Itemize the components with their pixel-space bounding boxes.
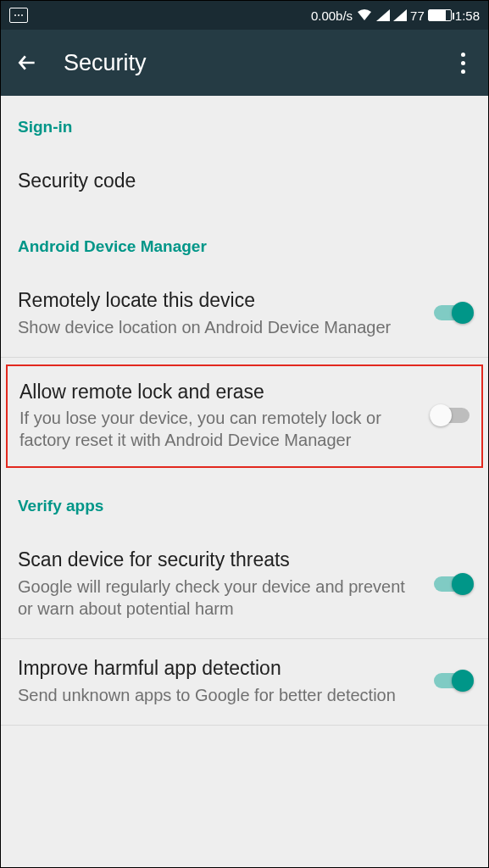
- setting-security-code[interactable]: Security code: [1, 152, 488, 215]
- toggle-improve-detection[interactable]: [434, 673, 471, 688]
- signal-icon: [376, 9, 390, 21]
- setting-title: Security code: [18, 169, 458, 193]
- app-header: Security: [1, 30, 488, 96]
- setting-subtitle: Google will regularly check your device …: [18, 576, 420, 620]
- settings-content: Sign-in Security code Android Device Man…: [1, 96, 488, 726]
- message-icon: [9, 8, 28, 23]
- setting-improve-detection[interactable]: Improve harmful app detection Send unkno…: [1, 639, 488, 725]
- status-bar: 0.00b/s 77 1:58: [1, 1, 488, 30]
- network-speed: 0.00b/s: [311, 8, 353, 23]
- setting-title: Improve harmful app detection: [18, 656, 420, 681]
- setting-subtitle: If you lose your device, you can remotel…: [19, 407, 419, 451]
- setting-subtitle: Send unknown apps to Google for better d…: [18, 684, 420, 706]
- setting-title: Scan device for security threats: [18, 548, 420, 572]
- setting-remotely-locate[interactable]: Remotely locate this device Show device …: [1, 271, 488, 357]
- overflow-menu-icon[interactable]: [453, 53, 473, 74]
- section-header-signin: Sign-in: [1, 96, 488, 152]
- setting-subtitle: Show device location on Android Device M…: [18, 316, 420, 338]
- battery-percent: 77: [410, 8, 425, 23]
- page-title: Security: [64, 50, 453, 76]
- clock: 1:58: [455, 8, 480, 23]
- divider: [1, 357, 488, 358]
- setting-remote-lock-erase[interactable]: Allow remote lock and erase If you lose …: [8, 366, 481, 467]
- setting-title: Allow remote lock and erase: [19, 380, 419, 404]
- toggle-scan-threats[interactable]: [434, 576, 471, 592]
- highlight-remote-lock: Allow remote lock and erase If you lose …: [6, 364, 483, 469]
- toggle-remotely-locate[interactable]: [434, 305, 471, 320]
- signal-icon-2: [393, 9, 407, 21]
- wifi-icon: [356, 8, 373, 22]
- back-arrow-icon[interactable]: [16, 52, 38, 74]
- section-header-verify: Verify apps: [1, 475, 488, 531]
- battery-icon: [428, 9, 452, 21]
- divider: [1, 725, 488, 726]
- setting-title: Remotely locate this device: [18, 288, 420, 313]
- setting-scan-threats[interactable]: Scan device for security threats Google …: [1, 531, 488, 638]
- section-header-adm: Android Device Manager: [1, 215, 488, 271]
- toggle-remote-lock-erase[interactable]: [432, 408, 470, 423]
